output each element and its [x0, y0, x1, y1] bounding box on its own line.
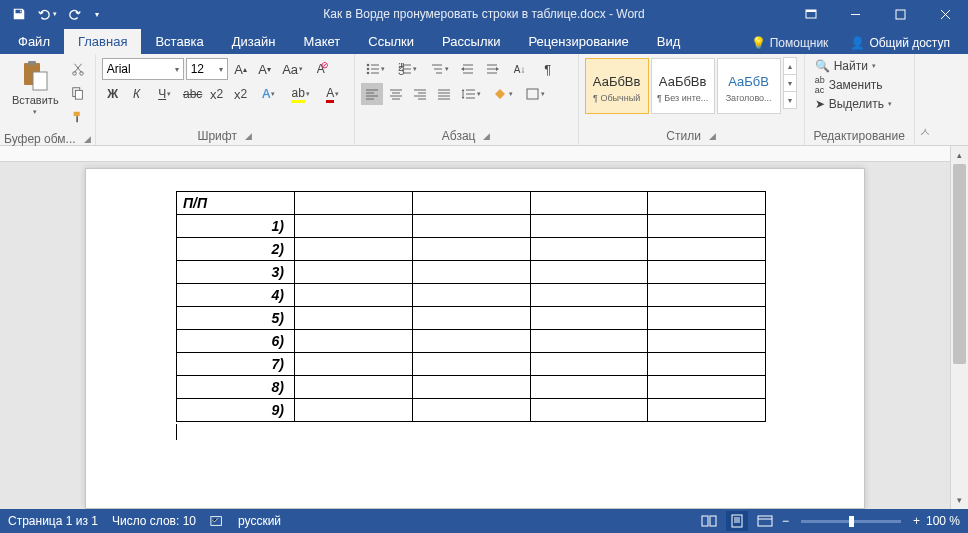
maximize-button[interactable] [878, 0, 923, 28]
scroll-track[interactable] [951, 164, 968, 491]
align-left-button[interactable] [361, 83, 383, 105]
replace-button[interactable]: abacЗаменить [811, 74, 887, 96]
bullets-button[interactable]: ▾ [361, 58, 391, 80]
font-launcher[interactable]: ◢ [245, 131, 252, 141]
table-cell[interactable] [648, 307, 766, 330]
proofing-button[interactable] [210, 514, 224, 528]
table-cell[interactable]: 2) [177, 238, 295, 261]
scroll-thumb[interactable] [953, 164, 966, 364]
table-row[interactable]: 9) [177, 399, 766, 422]
minimize-button[interactable] [833, 0, 878, 28]
table-cell[interactable] [648, 261, 766, 284]
table-cell[interactable] [530, 261, 648, 284]
multilevel-list-button[interactable]: ▾ [425, 58, 455, 80]
table-cell[interactable] [530, 307, 648, 330]
table-cell[interactable]: 4) [177, 284, 295, 307]
tab-layout[interactable]: Макет [289, 29, 354, 54]
page[interactable]: П/П1)2)3)4)5)6)7)8)9) [85, 168, 865, 509]
tab-view[interactable]: Вид [643, 29, 695, 54]
tab-review[interactable]: Рецензирование [514, 29, 642, 54]
table-cell[interactable] [648, 376, 766, 399]
read-mode-button[interactable] [698, 511, 720, 531]
format-painter-button[interactable] [67, 106, 89, 128]
table-cell[interactable] [648, 399, 766, 422]
shrink-font-button[interactable]: A▾ [254, 58, 276, 80]
table-cell[interactable] [412, 376, 530, 399]
table-cell[interactable] [295, 330, 413, 353]
styles-launcher[interactable]: ◢ [709, 131, 716, 141]
table-cell[interactable] [648, 238, 766, 261]
underline-button[interactable]: Ч▾ [150, 83, 180, 105]
table-row[interactable]: 5) [177, 307, 766, 330]
language-status[interactable]: русский [238, 514, 281, 528]
table-cell[interactable] [295, 399, 413, 422]
table-cell[interactable]: 1) [177, 215, 295, 238]
font-name-combo[interactable]: Arial▾ [102, 58, 184, 80]
clipboard-launcher[interactable]: ◢ [84, 134, 91, 144]
change-case-button[interactable]: Aa▾ [278, 58, 308, 80]
zoom-thumb[interactable] [849, 516, 854, 527]
collapse-ribbon-button[interactable]: ㅅ [915, 54, 935, 145]
table-row[interactable]: 6) [177, 330, 766, 353]
table-cell[interactable] [412, 238, 530, 261]
table-cell[interactable] [530, 192, 648, 215]
table-cell[interactable]: 9) [177, 399, 295, 422]
strikethrough-button[interactable]: abc [182, 83, 204, 105]
table-cell[interactable] [530, 376, 648, 399]
tab-home[interactable]: Главная [64, 29, 141, 54]
table-cell[interactable]: П/П [177, 192, 295, 215]
tell-me[interactable]: 💡Помощник [743, 32, 837, 54]
table-cell[interactable] [648, 353, 766, 376]
table-row[interactable]: П/П [177, 192, 766, 215]
table-cell[interactable] [530, 353, 648, 376]
table-cell[interactable] [530, 330, 648, 353]
table-cell[interactable] [648, 192, 766, 215]
table-cell[interactable] [412, 215, 530, 238]
table-cell[interactable] [412, 192, 530, 215]
save-button[interactable] [6, 2, 32, 26]
align-center-button[interactable] [385, 83, 407, 105]
scroll-down[interactable]: ▾ [951, 491, 968, 509]
text-effects-button[interactable]: A▾ [254, 83, 284, 105]
table-cell[interactable]: 3) [177, 261, 295, 284]
zoom-level[interactable]: 100 % [926, 514, 960, 528]
zoom-out-button[interactable]: − [782, 514, 789, 528]
close-button[interactable] [923, 0, 968, 28]
copy-button[interactable] [67, 82, 89, 104]
table-cell[interactable]: 6) [177, 330, 295, 353]
paste-button[interactable]: Вставить ▾ [6, 58, 65, 118]
print-layout-button[interactable] [726, 511, 748, 531]
tab-design[interactable]: Дизайн [218, 29, 290, 54]
tab-references[interactable]: Ссылки [354, 29, 428, 54]
table-cell[interactable] [295, 238, 413, 261]
table-row[interactable]: 2) [177, 238, 766, 261]
qat-customize[interactable]: ▾ [90, 2, 104, 26]
line-spacing-button[interactable]: ▾ [457, 83, 487, 105]
clear-formatting-button[interactable]: A⊘ [310, 58, 332, 80]
tab-file[interactable]: Файл [4, 29, 64, 54]
table-cell[interactable] [530, 284, 648, 307]
share-button[interactable]: 👤Общий доступ [842, 32, 958, 54]
scroll-up[interactable]: ▴ [951, 146, 968, 164]
style-item-1[interactable]: АаБбВв¶ Без инте... [651, 58, 715, 114]
table-cell[interactable]: 7) [177, 353, 295, 376]
page-status[interactable]: Страница 1 из 1 [8, 514, 98, 528]
subscript-button[interactable]: x2 [206, 83, 228, 105]
zoom-slider[interactable] [801, 520, 901, 523]
show-marks-button[interactable]: ¶ [537, 58, 559, 80]
tab-insert[interactable]: Вставка [141, 29, 217, 54]
paragraph-launcher[interactable]: ◢ [483, 131, 490, 141]
borders-button[interactable]: ▾ [521, 83, 551, 105]
web-layout-button[interactable] [754, 511, 776, 531]
word-count[interactable]: Число слов: 10 [112, 514, 196, 528]
table-row[interactable]: 8) [177, 376, 766, 399]
highlight-button[interactable]: ab▾ [286, 83, 316, 105]
font-size-combo[interactable]: 12▾ [186, 58, 228, 80]
table-row[interactable]: 7) [177, 353, 766, 376]
table-cell[interactable] [412, 284, 530, 307]
table-cell[interactable] [412, 399, 530, 422]
font-color-button[interactable]: A▾ [318, 83, 348, 105]
table-cell[interactable] [648, 215, 766, 238]
select-button[interactable]: ➤Выделить▾ [811, 96, 896, 112]
style-item-0[interactable]: АаБбВв¶ Обычный [585, 58, 649, 114]
